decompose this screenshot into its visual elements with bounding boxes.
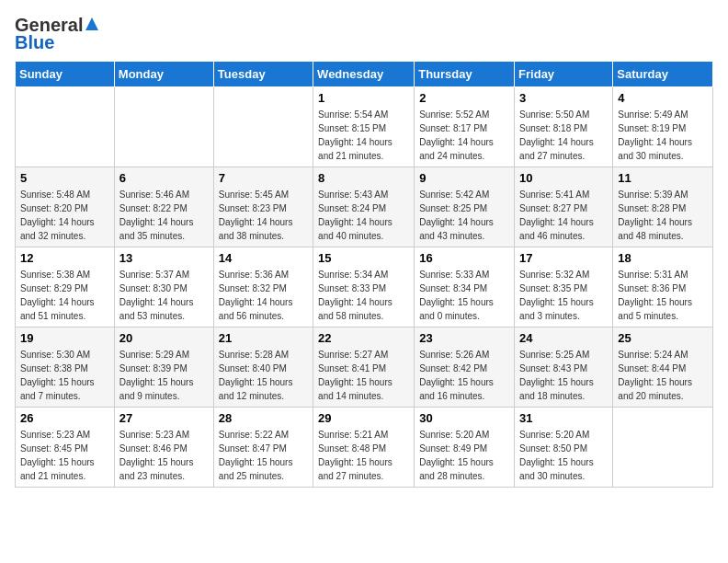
logo-blue-text: Blue [15, 32, 54, 53]
day-number: 21 [219, 331, 308, 345]
day-cell: 18Sunrise: 5:31 AM Sunset: 8:36 PM Dayli… [613, 247, 713, 327]
day-cell: 2Sunrise: 5:52 AM Sunset: 8:17 PM Daylig… [415, 87, 515, 167]
day-cell: 20Sunrise: 5:29 AM Sunset: 8:39 PM Dayli… [114, 327, 213, 408]
weekday-header-wednesday: Wednesday [313, 62, 415, 87]
day-info: Sunrise: 5:52 AM Sunset: 8:17 PM Dayligh… [419, 108, 509, 163]
day-cell: 25Sunrise: 5:24 AM Sunset: 8:44 PM Dayli… [613, 327, 713, 408]
day-number: 15 [318, 251, 409, 265]
day-cell [16, 87, 115, 167]
day-info: Sunrise: 5:54 AM Sunset: 8:15 PM Dayligh… [318, 108, 409, 163]
day-cell: 9Sunrise: 5:42 AM Sunset: 8:25 PM Daylig… [415, 167, 515, 247]
day-info: Sunrise: 5:42 AM Sunset: 8:25 PM Dayligh… [419, 188, 509, 243]
day-info: Sunrise: 5:25 AM Sunset: 8:43 PM Dayligh… [519, 348, 608, 403]
day-info: Sunrise: 5:36 AM Sunset: 8:32 PM Dayligh… [219, 268, 308, 323]
day-number: 4 [618, 91, 708, 105]
day-number: 1 [318, 91, 409, 105]
day-info: Sunrise: 5:28 AM Sunset: 8:40 PM Dayligh… [219, 348, 308, 403]
day-info: Sunrise: 5:23 AM Sunset: 8:46 PM Dayligh… [119, 428, 209, 483]
day-cell: 27Sunrise: 5:23 AM Sunset: 8:46 PM Dayli… [114, 408, 213, 488]
day-cell [213, 87, 313, 167]
day-cell: 26Sunrise: 5:23 AM Sunset: 8:45 PM Dayli… [16, 408, 115, 488]
day-cell: 11Sunrise: 5:39 AM Sunset: 8:28 PM Dayli… [613, 167, 713, 247]
day-number: 18 [618, 251, 708, 265]
day-cell: 23Sunrise: 5:26 AM Sunset: 8:42 PM Dayli… [415, 327, 515, 408]
day-info: Sunrise: 5:32 AM Sunset: 8:35 PM Dayligh… [519, 268, 608, 323]
day-info: Sunrise: 5:23 AM Sunset: 8:45 PM Dayligh… [20, 428, 109, 483]
day-number: 14 [219, 251, 308, 265]
day-number: 23 [419, 331, 509, 345]
day-number: 28 [219, 411, 308, 425]
day-number: 22 [318, 331, 409, 345]
day-number: 9 [419, 171, 509, 185]
day-info: Sunrise: 5:30 AM Sunset: 8:38 PM Dayligh… [20, 348, 109, 403]
weekday-header-sunday: Sunday [16, 62, 115, 87]
day-cell: 24Sunrise: 5:25 AM Sunset: 8:43 PM Dayli… [515, 327, 613, 408]
day-info: Sunrise: 5:31 AM Sunset: 8:36 PM Dayligh… [618, 268, 708, 323]
day-number: 29 [318, 411, 409, 425]
day-info: Sunrise: 5:39 AM Sunset: 8:28 PM Dayligh… [618, 188, 708, 243]
day-number: 19 [20, 331, 109, 345]
day-number: 30 [419, 411, 509, 425]
day-number: 24 [519, 331, 608, 345]
weekday-header-friday: Friday [515, 62, 613, 87]
day-number: 3 [519, 91, 608, 105]
day-info: Sunrise: 5:22 AM Sunset: 8:47 PM Dayligh… [219, 428, 308, 483]
day-cell: 1Sunrise: 5:54 AM Sunset: 8:15 PM Daylig… [313, 87, 415, 167]
day-number: 31 [519, 411, 608, 425]
day-cell: 22Sunrise: 5:27 AM Sunset: 8:41 PM Dayli… [313, 327, 415, 408]
weekday-header-row: SundayMondayTuesdayWednesdayThursdayFrid… [16, 62, 713, 87]
day-number: 25 [618, 331, 708, 345]
day-info: Sunrise: 5:24 AM Sunset: 8:44 PM Dayligh… [618, 348, 708, 403]
day-number: 11 [618, 171, 708, 185]
day-cell: 10Sunrise: 5:41 AM Sunset: 8:27 PM Dayli… [515, 167, 613, 247]
day-cell: 5Sunrise: 5:48 AM Sunset: 8:20 PM Daylig… [16, 167, 115, 247]
day-cell: 30Sunrise: 5:20 AM Sunset: 8:49 PM Dayli… [415, 408, 515, 488]
week-row-2: 5Sunrise: 5:48 AM Sunset: 8:20 PM Daylig… [16, 167, 713, 247]
week-row-5: 26Sunrise: 5:23 AM Sunset: 8:45 PM Dayli… [16, 408, 713, 488]
page-header: General Blue [15, 15, 713, 53]
day-number: 5 [20, 171, 109, 185]
day-info: Sunrise: 5:38 AM Sunset: 8:29 PM Dayligh… [20, 268, 109, 323]
day-cell: 15Sunrise: 5:34 AM Sunset: 8:33 PM Dayli… [313, 247, 415, 327]
week-row-3: 12Sunrise: 5:38 AM Sunset: 8:29 PM Dayli… [16, 247, 713, 327]
day-number: 17 [519, 251, 608, 265]
day-info: Sunrise: 5:26 AM Sunset: 8:42 PM Dayligh… [419, 348, 509, 403]
day-info: Sunrise: 5:33 AM Sunset: 8:34 PM Dayligh… [419, 268, 509, 323]
day-number: 16 [419, 251, 509, 265]
day-info: Sunrise: 5:20 AM Sunset: 8:49 PM Dayligh… [419, 428, 509, 483]
day-cell: 17Sunrise: 5:32 AM Sunset: 8:35 PM Dayli… [515, 247, 613, 327]
day-number: 7 [219, 171, 308, 185]
day-info: Sunrise: 5:48 AM Sunset: 8:20 PM Dayligh… [20, 188, 109, 243]
day-cell: 31Sunrise: 5:20 AM Sunset: 8:50 PM Dayli… [515, 408, 613, 488]
day-cell: 6Sunrise: 5:46 AM Sunset: 8:22 PM Daylig… [114, 167, 213, 247]
day-cell: 8Sunrise: 5:43 AM Sunset: 8:24 PM Daylig… [313, 167, 415, 247]
weekday-header-saturday: Saturday [613, 62, 713, 87]
day-info: Sunrise: 5:41 AM Sunset: 8:27 PM Dayligh… [519, 188, 608, 243]
day-info: Sunrise: 5:49 AM Sunset: 8:19 PM Dayligh… [618, 108, 708, 163]
day-number: 8 [318, 171, 409, 185]
day-info: Sunrise: 5:45 AM Sunset: 8:23 PM Dayligh… [219, 188, 308, 243]
day-info: Sunrise: 5:37 AM Sunset: 8:30 PM Dayligh… [119, 268, 209, 323]
day-info: Sunrise: 5:46 AM Sunset: 8:22 PM Dayligh… [119, 188, 209, 243]
calendar-table: SundayMondayTuesdayWednesdayThursdayFrid… [15, 61, 713, 488]
day-cell: 12Sunrise: 5:38 AM Sunset: 8:29 PM Dayli… [16, 247, 115, 327]
day-info: Sunrise: 5:27 AM Sunset: 8:41 PM Dayligh… [318, 348, 409, 403]
logo-arrow-icon [84, 16, 100, 32]
day-cell: 7Sunrise: 5:45 AM Sunset: 8:23 PM Daylig… [213, 167, 313, 247]
week-row-1: 1Sunrise: 5:54 AM Sunset: 8:15 PM Daylig… [16, 87, 713, 167]
day-cell: 14Sunrise: 5:36 AM Sunset: 8:32 PM Dayli… [213, 247, 313, 327]
day-number: 10 [519, 171, 608, 185]
day-cell: 4Sunrise: 5:49 AM Sunset: 8:19 PM Daylig… [613, 87, 713, 167]
day-info: Sunrise: 5:29 AM Sunset: 8:39 PM Dayligh… [119, 348, 209, 403]
day-info: Sunrise: 5:21 AM Sunset: 8:48 PM Dayligh… [318, 428, 409, 483]
day-info: Sunrise: 5:34 AM Sunset: 8:33 PM Dayligh… [318, 268, 409, 323]
day-number: 2 [419, 91, 509, 105]
day-number: 13 [119, 251, 209, 265]
day-cell: 19Sunrise: 5:30 AM Sunset: 8:38 PM Dayli… [16, 327, 115, 408]
day-info: Sunrise: 5:50 AM Sunset: 8:18 PM Dayligh… [519, 108, 608, 163]
day-cell: 21Sunrise: 5:28 AM Sunset: 8:40 PM Dayli… [213, 327, 313, 408]
day-info: Sunrise: 5:20 AM Sunset: 8:50 PM Dayligh… [519, 428, 608, 483]
day-cell: 29Sunrise: 5:21 AM Sunset: 8:48 PM Dayli… [313, 408, 415, 488]
day-cell: 13Sunrise: 5:37 AM Sunset: 8:30 PM Dayli… [114, 247, 213, 327]
weekday-header-monday: Monday [114, 62, 213, 87]
